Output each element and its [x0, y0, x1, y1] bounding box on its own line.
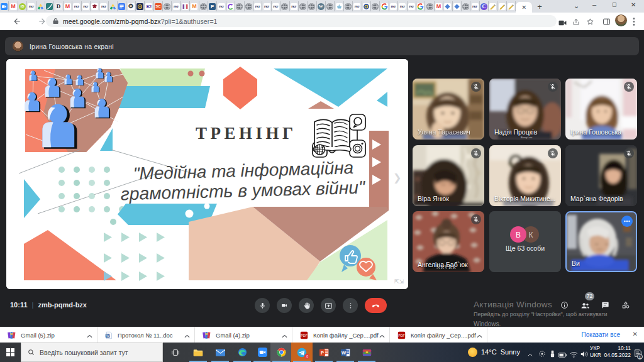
svg-text:В: В	[516, 231, 521, 239]
svg-text:Ще 63 особи: Ще 63 особи	[506, 244, 545, 252]
svg-text:W: W	[106, 334, 109, 337]
svg-text:PDF: PDF	[301, 333, 308, 337]
svg-text:Barvy.Lviv: Barvy.Lviv	[521, 136, 532, 139]
svg-text:К: К	[529, 231, 533, 239]
svg-text:W: W	[341, 350, 346, 356]
svg-text:P: P	[320, 350, 323, 356]
svg-text:PDF: PDF	[398, 333, 405, 337]
svg-text:ТРЕНІНГ: ТРЕНІНГ	[196, 124, 297, 143]
